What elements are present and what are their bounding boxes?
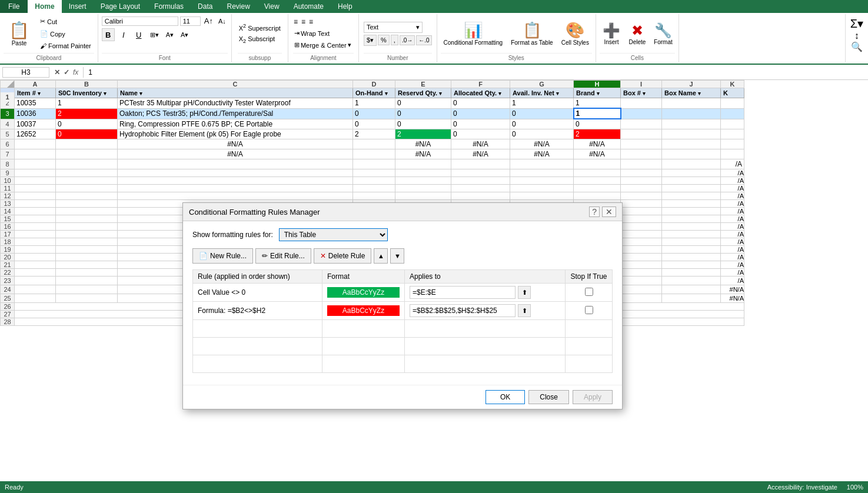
cell[interactable] — [721, 119, 744, 129]
find-btn[interactable]: 🔍 — [850, 41, 863, 52]
cell[interactable] — [15, 159, 56, 169]
copy-button[interactable]: 📄 Copy — [37, 28, 94, 39]
accessibility-text[interactable]: Accessibility: Investigate — [767, 484, 837, 491]
cell[interactable] — [56, 159, 118, 169]
cell[interactable] — [574, 159, 621, 169]
font-increase-btn[interactable]: A↑ — [202, 15, 215, 26]
format-button[interactable]: 🔧 Format — [651, 20, 675, 48]
cell[interactable] — [662, 149, 721, 159]
dialog-help-icon[interactable]: ? — [589, 206, 600, 217]
cell[interactable]: 0 — [451, 129, 510, 139]
ribbon-tab-view[interactable]: View — [257, 0, 287, 13]
cell[interactable]: 10037 — [15, 119, 56, 129]
cell[interactable] — [621, 159, 662, 169]
cell[interactable] — [451, 159, 510, 169]
rule-preview-1[interactable]: AaBbCcYyZz — [322, 284, 405, 302]
move-down-button[interactable]: ▼ — [390, 248, 404, 264]
applies-select-2[interactable]: ⬆ — [518, 304, 531, 317]
applies-input-2[interactable] — [410, 304, 516, 317]
wrap-text-button[interactable]: ⇥Wrap Text — [293, 28, 354, 38]
col-header-J[interactable]: J — [662, 81, 721, 88]
cell[interactable] — [721, 98, 744, 109]
paste-button[interactable]: 📋 Paste — [4, 15, 35, 52]
percent-btn[interactable]: % — [378, 35, 390, 45]
ribbon-tab-data[interactable]: Data — [191, 0, 220, 13]
italic-button[interactable]: I — [117, 28, 130, 41]
cell[interactable]: 0 — [353, 108, 395, 119]
cell[interactable] — [721, 139, 744, 149]
cell[interactable] — [662, 98, 721, 109]
delete-button[interactable]: ✖ Delete — [626, 20, 649, 48]
header-soc[interactable]: S0C Inventory ▾ — [56, 88, 118, 98]
col-header-K[interactable]: K — [721, 81, 744, 88]
decrease-decimal-btn[interactable]: ←.0 — [416, 35, 431, 45]
cell[interactable]: 0 — [510, 108, 574, 119]
header-allocated[interactable]: Allocated Qty. ▾ — [451, 88, 510, 98]
cell[interactable] — [662, 119, 721, 129]
cell[interactable] — [15, 139, 56, 149]
cell[interactable]: 1 — [56, 98, 118, 109]
dialog-close-icon[interactable]: ✕ — [602, 206, 616, 217]
cell[interactable] — [621, 119, 662, 129]
cell[interactable]: 10036 — [15, 108, 56, 119]
cell[interactable] — [118, 159, 353, 169]
border-btn[interactable]: ⊞▾ — [148, 30, 161, 40]
cell[interactable]: 0 — [451, 98, 510, 109]
align-center-btn[interactable]: ≡ — [301, 17, 306, 26]
fill-color-btn[interactable]: A▾ — [164, 30, 176, 40]
cell[interactable] — [56, 149, 118, 159]
col-header-C[interactable]: C — [118, 81, 353, 88]
cell[interactable] — [662, 159, 721, 169]
cell[interactable]: 1 — [574, 98, 621, 109]
cell-red[interactable]: 2 — [574, 129, 621, 139]
col-header-F[interactable]: F — [451, 81, 510, 88]
cell[interactable]: 0 — [574, 119, 621, 129]
header-brand[interactable]: Brand ▾ — [574, 88, 621, 98]
cell[interactable]: 0 — [395, 98, 451, 109]
cell[interactable]: PCTestr 35 Multipar pH/Conductivity Test… — [118, 98, 353, 109]
cell[interactable] — [621, 139, 662, 149]
cell[interactable] — [721, 129, 744, 139]
cell[interactable]: 0 — [451, 119, 510, 129]
cell[interactable]: #N/A — [118, 139, 353, 149]
cell[interactable]: 10035 — [15, 98, 56, 109]
col-header-G[interactable]: G — [510, 81, 574, 88]
cell[interactable] — [510, 159, 574, 169]
col-header-E[interactable]: E — [395, 81, 451, 88]
formula-insert-icon[interactable]: fx — [73, 68, 78, 76]
cell[interactable]: 12652 — [15, 129, 56, 139]
cell[interactable]: #N/A — [510, 149, 574, 159]
cell[interactable]: #N/A — [451, 139, 510, 149]
align-left-btn[interactable]: ≡ — [293, 17, 298, 26]
cell[interactable] — [353, 139, 395, 149]
apply-button[interactable]: Apply — [573, 390, 613, 404]
stop-checkbox-2[interactable] — [585, 306, 593, 314]
sort-btn[interactable]: ↕ — [850, 31, 863, 41]
col-header-I[interactable]: I — [621, 81, 662, 88]
formula-enter-icon[interactable]: ✓ — [64, 68, 69, 76]
ribbon-tab-automate[interactable]: Automate — [287, 0, 331, 13]
underline-button[interactable]: U — [132, 28, 145, 41]
cell[interactable] — [721, 108, 744, 119]
cell-styles-button[interactable]: 🎨 Cell Styles — [558, 18, 592, 49]
ribbon-tab-file[interactable]: File — [0, 0, 28, 13]
superscript-button[interactable]: X2 Superscript — [238, 22, 282, 33]
col-header-H[interactable]: H — [574, 81, 621, 88]
cell[interactable]: /A — [721, 159, 744, 169]
col-header-B[interactable]: B — [56, 81, 118, 88]
formula-input[interactable] — [86, 68, 866, 76]
delete-rule-button[interactable]: ✕ Delete Rule — [314, 248, 372, 264]
cell[interactable]: 0 — [510, 129, 574, 139]
insert-button[interactable]: ➕ Insert — [600, 20, 623, 48]
font-name-input[interactable] — [102, 16, 178, 26]
cell-active[interactable]: 1 — [574, 108, 621, 119]
cell[interactable] — [15, 149, 56, 159]
ribbon-tab-pagelayout[interactable]: Page Layout — [94, 0, 147, 13]
ok-button[interactable]: OK — [485, 390, 525, 404]
close-button[interactable]: Close — [528, 390, 569, 404]
format-painter-button[interactable]: 🖌 Format Painter — [37, 41, 94, 51]
cell[interactable] — [721, 149, 744, 159]
cell[interactable]: #N/A — [395, 139, 451, 149]
cell[interactable] — [621, 129, 662, 139]
new-rule-button[interactable]: 📄 New Rule... — [192, 248, 253, 264]
